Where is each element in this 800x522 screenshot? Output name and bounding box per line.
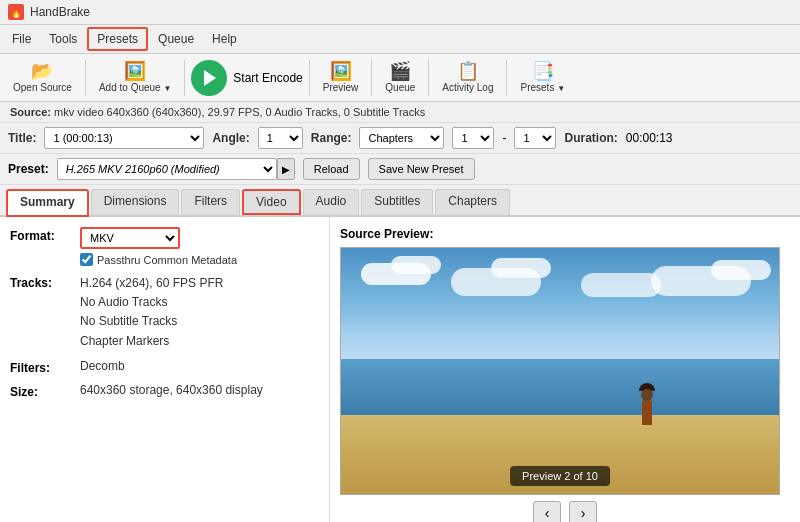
- tab-bar: Summary Dimensions Filters Video Audio S…: [0, 185, 800, 217]
- preview-counter: Preview 2 of 10: [510, 466, 610, 486]
- presets-icon: 📑: [532, 62, 554, 80]
- play-icon: [204, 70, 216, 86]
- preview-label: Preview: [323, 82, 359, 93]
- cloud-7: [711, 260, 771, 280]
- person: [638, 385, 656, 425]
- next-button[interactable]: ›: [569, 501, 597, 522]
- summary-panel: Format: MKV MP4 Passthru Common Metadata…: [0, 217, 330, 522]
- separator-3: [309, 60, 310, 96]
- angle-select[interactable]: 1: [258, 127, 303, 149]
- range-start-select[interactable]: 1: [452, 127, 494, 149]
- preview-icon: 🖼️: [330, 62, 352, 80]
- tab-dimensions[interactable]: Dimensions: [91, 189, 180, 215]
- preset-select[interactable]: H.265 MKV 2160p60 (Modified): [57, 158, 277, 180]
- format-label: Format:: [10, 227, 80, 243]
- track-subtitle: No Subtitle Tracks: [80, 312, 319, 331]
- sea: [341, 359, 779, 421]
- queue-icon: 🎬: [389, 62, 411, 80]
- main-content: Format: MKV MP4 Passthru Common Metadata…: [0, 217, 800, 522]
- format-select[interactable]: MKV MP4: [80, 227, 180, 249]
- range-select[interactable]: Chapters: [359, 127, 444, 149]
- size-value: 640x360 storage, 640x360 display: [80, 383, 319, 397]
- open-source-button[interactable]: 📂 Open Source: [6, 58, 79, 97]
- preview-panel: Source Preview: Preview 2 of 10: [330, 217, 800, 522]
- size-label: Size:: [10, 383, 80, 399]
- track-video: H.264 (x264), 60 FPS PFR: [80, 274, 319, 293]
- title-select[interactable]: 1 (00:00:13): [44, 127, 204, 149]
- passthru-row: Passthru Common Metadata: [80, 253, 319, 266]
- tab-audio[interactable]: Audio: [303, 189, 360, 215]
- source-bar: Source: mkv video 640x360 (640x360), 29.…: [0, 102, 800, 123]
- separator-2: [184, 60, 185, 96]
- tab-filters[interactable]: Filters: [181, 189, 240, 215]
- angle-label: Angle:: [212, 131, 249, 145]
- activity-log-icon: 📋: [457, 62, 479, 80]
- save-new-preset-button[interactable]: Save New Preset: [368, 158, 475, 180]
- tab-summary[interactable]: Summary: [6, 189, 89, 217]
- separator-1: [85, 60, 86, 96]
- separator-6: [506, 60, 507, 96]
- add-to-queue-button[interactable]: 🖼️ Add to Queue ▼: [92, 58, 178, 97]
- app-icon: 🔥: [8, 4, 24, 20]
- menu-file[interactable]: File: [4, 29, 39, 49]
- app-title: HandBrake: [30, 5, 90, 19]
- tab-subtitles[interactable]: Subtitles: [361, 189, 433, 215]
- format-field: MKV MP4 Passthru Common Metadata: [80, 227, 319, 266]
- toolbar: 📂 Open Source 🖼️ Add to Queue ▼ Start En…: [0, 54, 800, 102]
- add-to-queue-icon: 🖼️: [124, 62, 146, 80]
- cloud-2: [391, 256, 441, 274]
- open-source-icon: 📂: [31, 62, 53, 80]
- tracks-info: H.264 (x264), 60 FPS PFR No Audio Tracks…: [80, 274, 319, 351]
- filters-row: Filters: Decomb: [10, 359, 319, 375]
- presets-label: Presets ▼: [520, 82, 565, 93]
- separator-5: [428, 60, 429, 96]
- preview-image: Preview 2 of 10: [340, 247, 780, 495]
- range-dash: -: [502, 131, 506, 145]
- queue-label: Queue: [385, 82, 415, 93]
- passthru-checkbox[interactable]: [80, 253, 93, 266]
- format-row: Format: MKV MP4 Passthru Common Metadata: [10, 227, 319, 266]
- cloud-4: [491, 258, 551, 278]
- add-to-queue-label: Add to Queue ▼: [99, 82, 171, 93]
- source-label: Source:: [10, 106, 51, 118]
- preview-button[interactable]: 🖼️ Preview: [316, 58, 366, 97]
- menu-presets[interactable]: Presets: [87, 27, 148, 51]
- tracks-row: Tracks: H.264 (x264), 60 FPS PFR No Audi…: [10, 274, 319, 351]
- tab-chapters[interactable]: Chapters: [435, 189, 510, 215]
- tab-video[interactable]: Video: [242, 189, 300, 215]
- activity-log-label: Activity Log: [442, 82, 493, 93]
- filters-label: Filters:: [10, 359, 80, 375]
- prev-button[interactable]: ‹: [533, 501, 561, 522]
- filters-value: Decomb: [80, 359, 319, 373]
- menu-queue[interactable]: Queue: [150, 29, 202, 49]
- preview-title: Source Preview:: [340, 227, 790, 241]
- person-body: [642, 400, 652, 425]
- passthru-label: Passthru Common Metadata: [97, 254, 237, 266]
- duration-label: Duration:: [564, 131, 617, 145]
- tracks-label: Tracks:: [10, 274, 80, 290]
- activity-log-button[interactable]: 📋 Activity Log: [435, 58, 500, 97]
- source-value: mkv video 640x360 (640x360), 29.97 FPS, …: [54, 106, 425, 118]
- queue-button[interactable]: 🎬 Queue: [378, 58, 422, 97]
- menu-bar: File Tools Presets Queue Help: [0, 25, 800, 54]
- track-chapter: Chapter Markers: [80, 332, 319, 351]
- presets-button[interactable]: 📑 Presets ▼: [513, 58, 572, 97]
- separator-4: [371, 60, 372, 96]
- duration-value: 00:00:13: [626, 131, 673, 145]
- preset-arrow-button[interactable]: ▶: [277, 158, 295, 180]
- title-bar: 🔥 HandBrake: [0, 0, 800, 25]
- title-row: Title: 1 (00:00:13) Angle: 1 Range: Chap…: [0, 123, 800, 154]
- size-row: Size: 640x360 storage, 640x360 display: [10, 383, 319, 399]
- preview-nav: ‹ ›: [340, 501, 790, 522]
- reload-button[interactable]: Reload: [303, 158, 360, 180]
- cloud-5: [581, 273, 661, 297]
- menu-help[interactable]: Help: [204, 29, 245, 49]
- track-audio: No Audio Tracks: [80, 293, 319, 312]
- menu-tools[interactable]: Tools: [41, 29, 85, 49]
- start-encode-label: Start Encode: [233, 71, 302, 85]
- title-label: Title:: [8, 131, 36, 145]
- preset-label: Preset:: [8, 162, 49, 176]
- start-encode-button[interactable]: [191, 60, 227, 96]
- open-source-label: Open Source: [13, 82, 72, 93]
- range-end-select[interactable]: 1: [514, 127, 556, 149]
